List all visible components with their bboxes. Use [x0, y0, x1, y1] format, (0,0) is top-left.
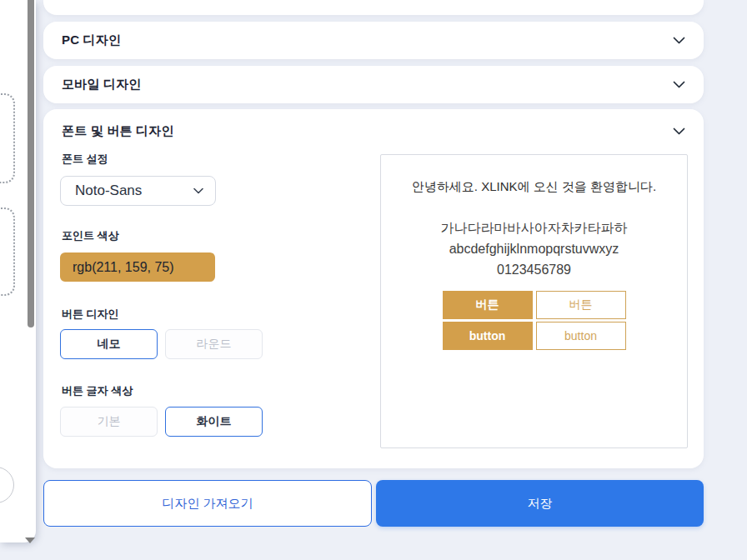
- chevron-down-icon: [673, 81, 685, 88]
- button-text-color-toggle-group: 기본 화이트: [60, 407, 263, 437]
- scrollbar-arrow-down-icon[interactable]: [25, 538, 35, 543]
- preview-korean-sample: 가나다라마바사아자차카타파하: [381, 218, 687, 238]
- design-settings-screen: PC 디자인 모바일 디자인 폰트 및 버튼 디자인 폰트 설정 Noto-Sa…: [0, 0, 747, 560]
- button-design-option-square[interactable]: 네모: [60, 329, 158, 359]
- chevron-down-icon: [673, 37, 685, 44]
- section-title: 폰트 및 버튼 디자인: [62, 123, 174, 139]
- preview-button-filled-en: button: [443, 322, 533, 350]
- dashed-placeholder: [0, 208, 15, 296]
- dashed-placeholder: [0, 93, 15, 183]
- scrollbar-thumb[interactable]: [28, 0, 34, 328]
- preview-latin-sample: abcdefghijklnmopqrstuvwxyz: [381, 238, 687, 259]
- accordion-header-pc-design[interactable]: PC 디자인: [43, 22, 704, 59]
- point-color-value: rgb(211, 159, 75): [73, 260, 174, 275]
- point-color-swatch[interactable]: rgb(211, 159, 75): [60, 252, 215, 282]
- accordion-header-font-button-design[interactable]: 폰트 및 버튼 디자인: [62, 109, 685, 152]
- import-design-button[interactable]: 디자인 가져오기: [43, 480, 372, 527]
- preview-button-outline-ko: 버튼: [536, 291, 626, 319]
- button-design-toggle-group: 네모 라운드: [60, 329, 263, 359]
- font-select-value: Noto-Sans: [75, 182, 142, 199]
- font-select[interactable]: Noto-Sans: [60, 176, 216, 206]
- font-setting-label: 폰트 설정: [62, 152, 108, 167]
- circle-widget: [0, 467, 14, 503]
- button-text-color-option-white[interactable]: 화이트: [165, 407, 263, 437]
- preview-button-filled-ko: 버튼: [443, 291, 533, 319]
- preview-button-grid: 버튼 버튼 button button: [443, 291, 626, 350]
- button-text-color-option-default[interactable]: 기본: [60, 407, 158, 437]
- button-design-option-round[interactable]: 라운드: [165, 329, 263, 359]
- accordion-header-mobile-design[interactable]: 모바일 디자인: [43, 66, 704, 103]
- accordion-label: PC 디자인: [62, 32, 121, 48]
- button-design-label: 버튼 디자인: [62, 307, 119, 322]
- font-button-design-section: 폰트 및 버튼 디자인 폰트 설정 Noto-Sans 포인트 색상 rgb(2…: [43, 109, 704, 468]
- card-partial-top: [43, 0, 704, 15]
- accordion-label: 모바일 디자인: [62, 77, 142, 92]
- point-color-label: 포인트 색상: [62, 228, 119, 243]
- preview-digits-sample: 0123456789: [381, 259, 687, 280]
- chevron-down-icon: [193, 188, 203, 194]
- preview-button-outline-en: button: [536, 322, 626, 350]
- left-editor-panel: [0, 0, 36, 542]
- save-button[interactable]: 저장: [376, 480, 704, 527]
- design-preview-panel: 안녕하세요. XLINK에 오신 것을 환영합니다. 가나다라마바사아자차카타파…: [380, 154, 688, 448]
- chevron-down-icon: [673, 128, 685, 135]
- preview-sample-text: 가나다라마바사아자차카타파하 abcdefghijklnmopqrstuvwxy…: [381, 218, 687, 280]
- preview-greeting-text: 안녕하세요. XLINK에 오신 것을 환영합니다.: [381, 155, 687, 195]
- button-text-color-label: 버튼 글자 색상: [62, 383, 133, 398]
